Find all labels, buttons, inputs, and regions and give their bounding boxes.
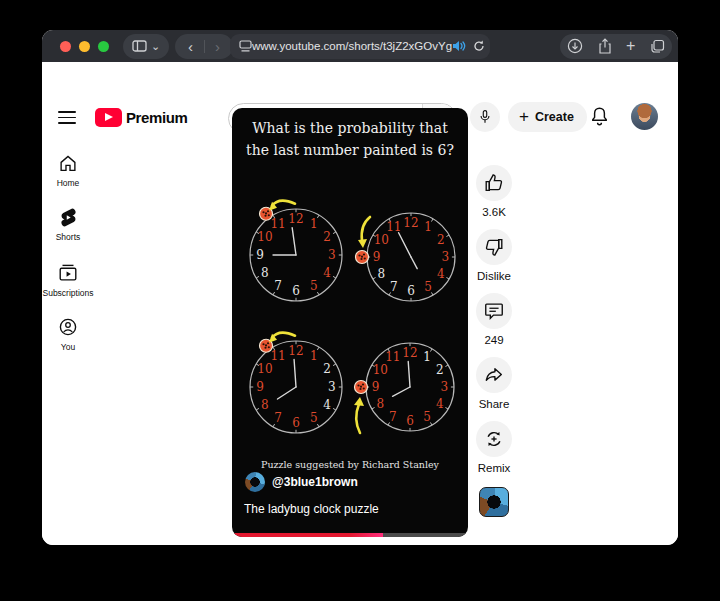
comments-button[interactable]: 249 bbox=[476, 293, 512, 346]
create-button[interactable]: + Create bbox=[508, 102, 587, 132]
forward-button[interactable]: › bbox=[205, 34, 231, 59]
svg-text:6: 6 bbox=[292, 284, 300, 298]
ladybug bbox=[356, 251, 369, 264]
new-tab-icon[interactable]: + bbox=[626, 38, 635, 54]
svg-text:2: 2 bbox=[437, 233, 445, 247]
sidebar-item-home[interactable]: Home bbox=[42, 152, 100, 188]
svg-text:10: 10 bbox=[373, 363, 388, 377]
audio-playing-icon[interactable] bbox=[452, 40, 466, 52]
svg-text:11: 11 bbox=[270, 217, 285, 231]
sidebar-item-shorts[interactable]: Shorts bbox=[42, 207, 100, 242]
close-button[interactable] bbox=[60, 41, 71, 52]
tabs-overview-icon[interactable] bbox=[650, 39, 665, 54]
downloads-icon[interactable] bbox=[567, 38, 583, 54]
svg-text:11: 11 bbox=[386, 220, 401, 234]
rail-channel-avatar[interactable] bbox=[479, 487, 509, 517]
channel-row[interactable]: @3blue1brown bbox=[245, 472, 358, 492]
svg-text:11: 11 bbox=[270, 349, 285, 363]
create-label: Create bbox=[535, 110, 574, 124]
svg-text:8: 8 bbox=[261, 266, 269, 280]
channel-handle[interactable]: @3blue1brown bbox=[272, 475, 358, 489]
svg-text:7: 7 bbox=[274, 411, 282, 425]
home-icon bbox=[57, 152, 79, 174]
svg-text:9: 9 bbox=[373, 250, 381, 264]
remix-icon bbox=[483, 428, 505, 450]
traffic-lights bbox=[60, 41, 109, 52]
svg-text:2: 2 bbox=[436, 363, 444, 377]
thumbs-up-icon bbox=[483, 172, 505, 194]
svg-text:3: 3 bbox=[328, 248, 336, 262]
share-video-button[interactable]: Share bbox=[476, 357, 512, 410]
action-rail: 3.6K Dislike 249 Share Remix bbox=[458, 165, 530, 517]
svg-text:8: 8 bbox=[261, 398, 269, 412]
thumbs-down-icon bbox=[483, 236, 505, 258]
reader-icon[interactable] bbox=[239, 40, 252, 52]
address-bar[interactable]: www.youtube.com/shorts/t3jZ2xGOvYg bbox=[230, 34, 490, 59]
credit-text: Puzzle suggested by Richard Stanley bbox=[232, 459, 468, 470]
zoom-button[interactable] bbox=[98, 41, 109, 52]
minimize-button[interactable] bbox=[79, 41, 90, 52]
svg-text:5: 5 bbox=[423, 410, 431, 424]
svg-text:6: 6 bbox=[292, 416, 300, 430]
svg-text:8: 8 bbox=[376, 397, 384, 411]
back-button[interactable]: ‹ bbox=[178, 34, 204, 59]
pointer-arrow bbox=[272, 333, 295, 338]
share-icon[interactable] bbox=[598, 38, 612, 54]
svg-text:11: 11 bbox=[385, 350, 400, 364]
channel-avatar-icon[interactable] bbox=[245, 472, 265, 492]
svg-text:1: 1 bbox=[424, 220, 432, 234]
svg-text:9: 9 bbox=[256, 380, 264, 394]
svg-text:2: 2 bbox=[323, 230, 331, 244]
menu-button[interactable] bbox=[58, 111, 76, 124]
svg-text:12: 12 bbox=[403, 216, 418, 230]
svg-text:6: 6 bbox=[407, 284, 415, 298]
sidebar-item-you[interactable]: You bbox=[42, 316, 100, 352]
clock: 123456789101112 bbox=[346, 192, 468, 322]
notifications-button[interactable] bbox=[588, 105, 611, 128]
svg-text:5: 5 bbox=[310, 279, 318, 293]
progress-fill bbox=[232, 533, 383, 537]
sidebar-icon bbox=[132, 40, 147, 52]
svg-text:7: 7 bbox=[274, 279, 282, 293]
titlebar-actions: + bbox=[560, 34, 672, 59]
voice-search-button[interactable] bbox=[470, 102, 500, 132]
svg-text:4: 4 bbox=[437, 267, 445, 281]
clock: 123456789101112 bbox=[232, 322, 361, 452]
svg-text:5: 5 bbox=[310, 411, 318, 425]
screenshot-stage: ⌄ ‹ › www.youtube.com/shorts/t3jZ2xGOvYg bbox=[0, 0, 720, 601]
svg-text:12: 12 bbox=[288, 212, 303, 226]
pointer-arrow bbox=[356, 404, 360, 433]
sidebar-toggle-button[interactable]: ⌄ bbox=[123, 34, 169, 59]
shorts-video-player[interactable]: What is the probability that the last nu… bbox=[232, 108, 468, 537]
bell-icon bbox=[588, 105, 611, 128]
ladybug bbox=[355, 381, 368, 394]
svg-text:7: 7 bbox=[390, 280, 398, 294]
svg-text:1: 1 bbox=[310, 217, 318, 231]
video-title: The ladybug clock puzzle bbox=[244, 502, 379, 516]
svg-text:4: 4 bbox=[323, 266, 331, 280]
youtube-premium-logo[interactable]: Premium bbox=[95, 108, 187, 127]
like-button[interactable]: 3.6K bbox=[476, 165, 512, 218]
svg-text:3: 3 bbox=[440, 380, 448, 394]
svg-text:6: 6 bbox=[406, 414, 414, 428]
progress-bar[interactable] bbox=[232, 533, 468, 537]
svg-text:9: 9 bbox=[372, 380, 380, 394]
svg-text:1: 1 bbox=[310, 349, 318, 363]
youtube-play-icon bbox=[95, 108, 122, 127]
remix-button[interactable]: Remix bbox=[476, 421, 512, 474]
url-text: www.youtube.com/shorts/t3jZ2xGOvYg bbox=[252, 40, 452, 52]
svg-text:12: 12 bbox=[402, 346, 417, 360]
svg-text:4: 4 bbox=[323, 398, 331, 412]
nav-buttons: ‹ › bbox=[175, 34, 233, 59]
you-icon bbox=[57, 316, 79, 338]
sidebar-item-subscriptions[interactable]: Subscriptions bbox=[42, 262, 100, 298]
reload-icon[interactable] bbox=[473, 40, 485, 52]
account-avatar[interactable] bbox=[631, 103, 658, 130]
clock: 123456789101112 bbox=[232, 190, 361, 320]
logo-text: Premium bbox=[126, 109, 187, 126]
svg-text:12: 12 bbox=[288, 344, 303, 358]
dislike-button[interactable]: Dislike bbox=[476, 229, 512, 282]
svg-text:4: 4 bbox=[436, 397, 444, 411]
svg-text:3: 3 bbox=[441, 250, 449, 264]
pointer-arrow bbox=[272, 201, 295, 206]
